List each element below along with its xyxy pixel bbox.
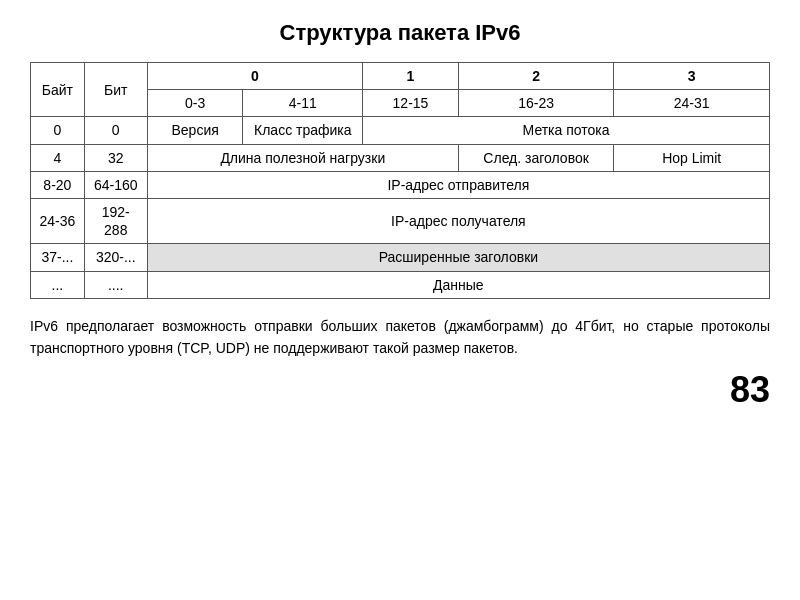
byte-ext: 37-... (31, 244, 85, 271)
cell-data: Данные (147, 271, 769, 298)
bit-dst: 192-288 (84, 198, 147, 243)
cell-src-addr: IP-адрес отправителя (147, 171, 769, 198)
ipv6-structure-table: Байт Бит 0 1 2 3 0-3 4-11 12-15 16-23 24… (30, 62, 770, 299)
header-row-numbers: Байт Бит 0 1 2 3 (31, 63, 770, 90)
bit-src: 64-160 (84, 171, 147, 198)
cell-traffic-class: Класс трафика (243, 117, 363, 144)
cell-hop-limit: Hop Limit (614, 144, 770, 171)
bit-0: 0 (84, 117, 147, 144)
table-row-4: 4 32 Длина полезной нагрузки След. загол… (31, 144, 770, 171)
page-title: Структура пакета IPv6 (30, 20, 770, 46)
bits-0-3: 0-3 (147, 90, 243, 117)
byte-0: 0 (31, 117, 85, 144)
cell-flow-label: Метка потока (363, 117, 770, 144)
description-paragraph: IPv6 предполагает возможность отправки б… (30, 315, 770, 360)
table-row-data: ... .... Данные (31, 271, 770, 298)
cell-ext-headers: Расширенные заголовки (147, 244, 769, 271)
table-row-ext: 37-... 320-... Расширенные заголовки (31, 244, 770, 271)
table-row-dst: 24-36 192-288 IP-адрес получателя (31, 198, 770, 243)
bits-16-23: 16-23 (458, 90, 614, 117)
col-1: 1 (363, 63, 459, 90)
bit-label: Бит (84, 63, 147, 117)
col-2: 2 (458, 63, 614, 90)
bit-32: 32 (84, 144, 147, 171)
bit-ext: 320-... (84, 244, 147, 271)
col-0: 0 (147, 63, 362, 90)
page-number: 83 (30, 369, 770, 411)
cell-payload-length: Длина полезной нагрузки (147, 144, 458, 171)
bits-4-11: 4-11 (243, 90, 363, 117)
bits-12-15: 12-15 (363, 90, 459, 117)
bit-data: .... (84, 271, 147, 298)
byte-label: Байт (31, 63, 85, 117)
cell-version: Версия (147, 117, 243, 144)
byte-src: 8-20 (31, 171, 85, 198)
cell-next-header: След. заголовок (458, 144, 614, 171)
col-3: 3 (614, 63, 770, 90)
table-row-src: 8-20 64-160 IP-адрес отправителя (31, 171, 770, 198)
byte-dst: 24-36 (31, 198, 85, 243)
byte-4: 4 (31, 144, 85, 171)
bits-24-31: 24-31 (614, 90, 770, 117)
byte-data: ... (31, 271, 85, 298)
table-row-0: 0 0 Версия Класс трафика Метка потока (31, 117, 770, 144)
cell-dst-addr: IP-адрес получателя (147, 198, 769, 243)
